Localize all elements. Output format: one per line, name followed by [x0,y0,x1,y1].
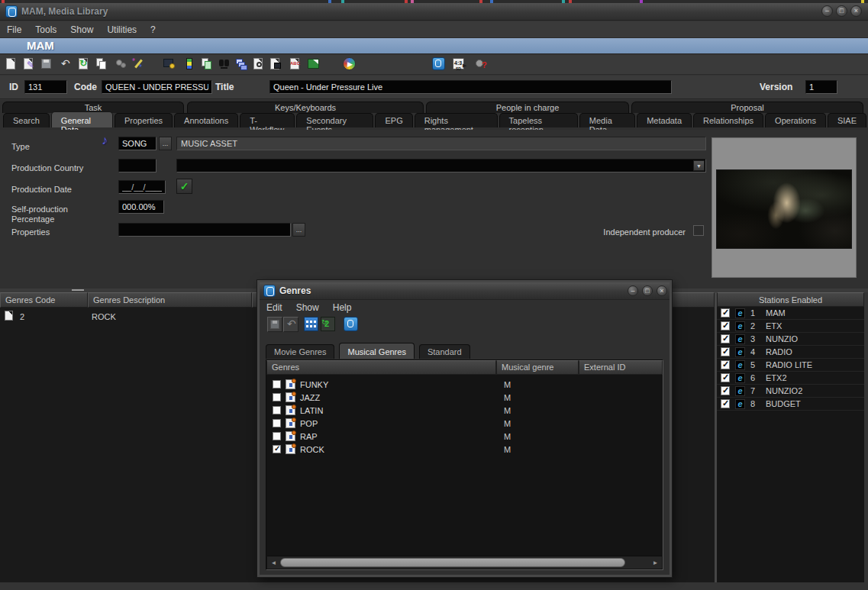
tab-epg[interactable]: EPG [375,113,412,127]
menu-utilities[interactable]: Utilities [100,23,144,37]
tab-group-proposal[interactable]: Proposal [631,102,863,113]
tab-annotations[interactable]: Annotations [174,113,238,127]
asset-thumbnail[interactable] [716,169,852,249]
save-icon[interactable] [40,57,53,71]
stations-header[interactable]: Stations Enabled [717,292,864,307]
maximize-button[interactable]: □ [836,5,847,17]
column-header-genres[interactable]: Genres [266,360,496,375]
tab-metadata[interactable]: Metadata [637,113,692,127]
tab-operations[interactable]: Operations [765,113,826,127]
station-row[interactable]: e8BUDGET [717,398,864,411]
notebook-icon[interactable] [307,57,321,71]
station-row[interactable]: e2ETX [717,320,864,333]
edit-record-icon[interactable]: ✎ [22,57,36,71]
genre-checkbox[interactable] [273,380,281,388]
tab-general-data[interactable]: General Data [51,111,113,127]
horizontal-scrollbar[interactable]: ◄ ► [267,556,662,569]
tab-properties[interactable]: Properties [115,113,173,127]
properties-more-button[interactable]: ... [292,223,305,237]
scroll-left-icon[interactable]: ◄ [269,558,279,568]
minimize-button[interactable]: – [821,5,833,17]
tab-rights-management[interactable]: Rights management [415,113,498,127]
date-check-button[interactable]: ✓ [176,179,192,194]
dialog-grid-view-icon[interactable] [304,317,319,332]
type-field[interactable] [118,137,156,150]
column-header-genres-description[interactable]: Genres Description [88,292,252,308]
mam-tool-icon[interactable] [432,57,446,71]
genre-row[interactable]: POPM [266,418,663,430]
tab-musical-genres[interactable]: Musical Genres [339,343,414,359]
tab-group-people-in-charge[interactable]: People in charge [426,102,629,113]
tab-secondary-events[interactable]: Secondary Events [296,113,373,127]
refresh-icon[interactable]: ↻ [77,57,91,71]
dialog-minimize-button[interactable]: – [628,285,638,296]
copy-media-icon[interactable] [200,57,214,71]
system-help-icon[interactable]: ? [475,57,489,71]
independent-producer-checkbox[interactable] [693,225,704,236]
menu-show[interactable]: Show [63,23,100,37]
station-checkbox[interactable] [721,321,730,330]
aspect-ratio-43-sd-icon[interactable]: 4:3SD▶ [453,57,466,71]
tab-siae[interactable]: SIAE [828,113,866,127]
layers-icon[interactable] [234,57,248,71]
station-row[interactable]: e1MAM [717,307,864,320]
menu-tools[interactable]: Tools [28,23,63,37]
column-header-external-id[interactable]: External ID [579,360,663,375]
dialog-save-icon[interactable] [267,317,282,332]
scroll-right-icon[interactable]: ► [650,558,660,568]
id-field[interactable] [24,80,67,94]
tab-relationships[interactable]: Relationships [693,113,763,127]
media-build-icon[interactable] [163,57,176,71]
station-checkbox[interactable] [721,334,730,343]
scrollbar-thumb[interactable] [280,558,625,567]
genre-checkbox[interactable] [273,406,281,414]
find-binoculars-icon[interactable] [218,57,231,71]
station-checkbox[interactable] [721,360,730,369]
dialog-close-button[interactable]: × [657,285,667,296]
production-country-code-field[interactable] [118,159,156,172]
station-checkbox[interactable] [721,399,730,408]
column-header-genres-code[interactable]: Genres Code [0,292,88,308]
station-checkbox[interactable] [721,308,730,318]
new-document-icon[interactable] [5,57,18,71]
station-row[interactable]: e4RADIO [717,346,864,359]
dialog-mam-list-icon[interactable] [344,317,359,332]
dialog-undo-icon[interactable]: ↶ [283,317,298,332]
type-more-button[interactable]: ... [159,137,172,150]
column-header-musical-genre[interactable]: Musical genre [496,360,579,375]
self-production-field[interactable] [118,200,164,214]
station-checkbox[interactable] [721,347,730,356]
tab-t-workflow[interactable]: T-Workflow [240,113,295,127]
tab-tapeless-reception[interactable]: Tapeless reception [499,113,578,127]
dialog-refresh-icon[interactable]: 2↻ [321,317,336,332]
dialog-menu-show[interactable]: Show [289,301,326,314]
station-checkbox[interactable] [721,386,730,395]
tab-group-keys-keyboards[interactable]: Keys/Keyboards [187,102,424,113]
version-field[interactable] [805,80,837,94]
menu-help[interactable]: ? [144,23,163,37]
genre-checkbox[interactable] [273,393,281,401]
tab-movie-genres[interactable]: Movie Genres [266,344,334,359]
genre-checkbox[interactable] [273,445,281,453]
station-row[interactable]: e3NUNZIO [717,333,864,346]
magic-wand-icon[interactable]: ** [131,57,145,71]
station-row[interactable]: e7NUNZIO2 [717,385,864,398]
genre-checkbox[interactable] [273,432,281,440]
production-date-field[interactable] [118,180,166,194]
process-gears-icon[interactable] [115,57,128,71]
genre-checkbox[interactable] [273,419,281,427]
genre-row[interactable]: FUNKYM [266,379,663,392]
tab-media-data[interactable]: Media Data [579,113,635,127]
media-player-icon[interactable]: ▶ [343,57,357,71]
status-columns-icon[interactable] [182,57,196,71]
genre-row[interactable]: JAZZM [266,392,663,405]
close-button[interactable]: × [850,5,862,17]
chevron-down-icon[interactable]: ▼ [693,160,705,171]
dialog-menu-edit[interactable]: Edit [260,301,289,314]
genre-row[interactable]: RAPM [266,430,663,443]
code-field[interactable] [102,80,212,94]
genre-row[interactable]: LATINM [266,405,663,418]
preview-document-icon[interactable] [252,57,266,71]
station-checkbox[interactable] [721,373,730,382]
export-film-icon[interactable] [269,57,282,71]
